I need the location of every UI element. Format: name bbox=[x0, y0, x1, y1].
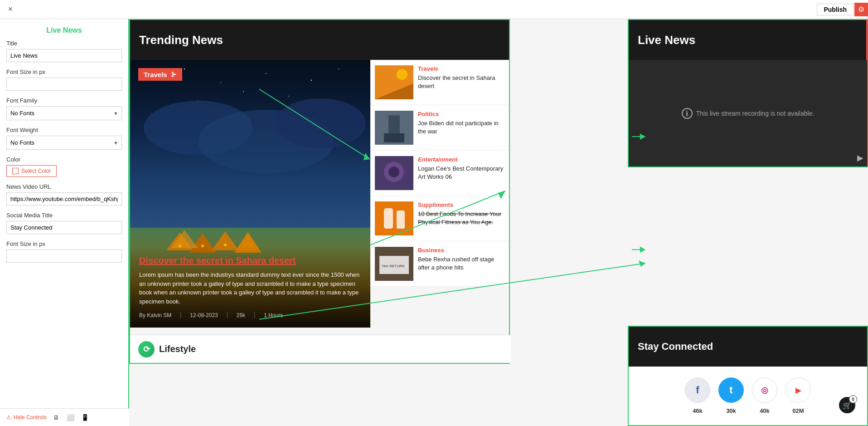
news-item-content: Business Bebe Rexha rushed off stage aft… bbox=[418, 247, 504, 281]
video-unavailable-message: ℹ This live stream recording is not avai… bbox=[682, 108, 815, 119]
news-title: 10 Best Foods To Increase Your Physical … bbox=[418, 210, 504, 226]
news-item-content: Suppliments 10 Best Foods To Increase Yo… bbox=[418, 201, 504, 235]
svg-point-6 bbox=[338, 69, 339, 69]
main-content: Trending News bbox=[129, 19, 868, 426]
cart-badge: 0 bbox=[849, 395, 857, 403]
twitter-count: 30k bbox=[726, 407, 736, 414]
share-icon[interactable]: ⊱ bbox=[171, 70, 177, 78]
list-item: TAX RETURN Business Bebe Rexha rushed of… bbox=[370, 241, 509, 287]
featured-time: 1 Hours bbox=[264, 312, 292, 318]
news-video-label: News Video URL bbox=[6, 183, 122, 190]
live-news-section: Live News ℹ This live stream recording i… bbox=[628, 19, 868, 167]
social-item-twitter: t 30k bbox=[718, 377, 744, 414]
font-family-label: Font Family bbox=[6, 97, 122, 104]
font-size2-group: Font Size in px bbox=[6, 240, 122, 263]
social-item-facebook: f 46k bbox=[685, 377, 710, 414]
hide-controls-button[interactable]: ⚠ Hide Controls bbox=[6, 414, 47, 421]
list-item: Entertainment Logan Cee's Best Contempor… bbox=[370, 151, 509, 196]
svg-point-30 bbox=[388, 166, 399, 177]
svg-text:TAX RETURN: TAX RETURN bbox=[382, 264, 405, 268]
business-thumb-svg: TAX RETURN bbox=[375, 247, 413, 281]
svg-point-3 bbox=[220, 82, 221, 83]
news-video-group: News Video URL bbox=[6, 183, 122, 206]
list-item: Politics Joe Biden did not participate i… bbox=[370, 105, 509, 151]
lifestyle-bar: ⟳ Lifestyle bbox=[130, 335, 511, 363]
font-size2-input[interactable] bbox=[6, 250, 122, 263]
news-item-content: Entertainment Logan Cee's Best Contempor… bbox=[418, 156, 504, 190]
close-button[interactable]: × bbox=[4, 3, 17, 16]
news-category: Suppliments bbox=[418, 201, 504, 208]
svg-marker-46 bbox=[639, 260, 645, 267]
youtube-icon: ▶ bbox=[857, 153, 863, 163]
social-title-label: Social Media Title bbox=[6, 212, 122, 219]
featured-description: Lorem ipsum has been the industrys stand… bbox=[139, 270, 361, 306]
facebook-count: 46k bbox=[693, 407, 703, 414]
news-title: Logan Cee's Best Contemporary Art Works … bbox=[418, 165, 504, 181]
font-size2-label: Font Size in px bbox=[6, 240, 122, 247]
stay-connected-title: Stay Connected bbox=[638, 341, 713, 353]
social-title-group: Social Media Title bbox=[6, 212, 122, 234]
politics-thumb-svg bbox=[375, 111, 413, 145]
sidebar: Live News Title Font Size in px Font Fam… bbox=[0, 19, 129, 426]
news-thumbnail bbox=[375, 156, 413, 190]
top-bar: × Publish ⚙ bbox=[0, 0, 868, 19]
svg-marker-44 bbox=[640, 246, 645, 253]
entertainment-thumb-svg bbox=[375, 156, 413, 190]
news-category: Politics bbox=[418, 111, 504, 118]
featured-meta: By Kalvin SM 12-08-2023 26k 1 Hours bbox=[139, 312, 361, 318]
news-thumbnail bbox=[375, 65, 413, 99]
title-input[interactable] bbox=[6, 49, 122, 62]
color-group: Color Select Color bbox=[6, 156, 122, 177]
svg-rect-33 bbox=[397, 211, 405, 229]
news-thumbnail bbox=[375, 111, 413, 145]
error-icon: ⚠ bbox=[6, 414, 11, 421]
featured-content: Discover the secret in Sahara desert Lor… bbox=[130, 246, 370, 328]
mobile-icon[interactable]: 📱 bbox=[80, 412, 90, 422]
social-item-youtube: ▶ 02M bbox=[786, 377, 811, 414]
social-item-instagram: ◎ 40k bbox=[752, 377, 777, 414]
featured-date: 12-08-2023 bbox=[190, 312, 227, 318]
trending-header: Trending News bbox=[130, 20, 509, 60]
title-label: Title bbox=[6, 40, 122, 47]
news-category: Travels bbox=[418, 65, 504, 72]
social-grid: f 46k t 30k ◎ 40k ▶ bbox=[629, 367, 867, 425]
featured-views: 26k bbox=[237, 312, 255, 318]
twitter-icon[interactable]: t bbox=[718, 377, 744, 403]
font-weight-group: Font Weight No Fonts ▼ bbox=[6, 127, 122, 150]
desktop-icon[interactable]: 🖥 bbox=[51, 412, 61, 422]
svg-rect-32 bbox=[384, 208, 393, 229]
facebook-icon[interactable]: f bbox=[685, 377, 710, 403]
instagram-count: 40k bbox=[760, 407, 770, 414]
news-title: Joe Biden did not participate in the war bbox=[418, 119, 504, 136]
news-thumbnail bbox=[375, 201, 413, 235]
bottom-controls: ⚠ Hide Controls 🖥 ⬜ 📱 bbox=[0, 408, 129, 426]
font-weight-select[interactable]: No Fonts bbox=[6, 136, 122, 150]
video-container[interactable]: ℹ This live stream recording is not avai… bbox=[629, 60, 867, 166]
font-family-select[interactable]: No Fonts bbox=[6, 106, 122, 120]
info-icon: ℹ bbox=[682, 108, 693, 119]
cart-button[interactable]: 🛒 0 bbox=[839, 397, 855, 413]
svg-point-4 bbox=[266, 73, 267, 74]
list-item: Travels Discover the secret in Sahara de… bbox=[370, 60, 509, 105]
svg-point-5 bbox=[311, 80, 312, 81]
news-item-content: Travels Discover the secret in Sahara de… bbox=[418, 65, 504, 99]
color-btn-label: Select Color bbox=[21, 168, 51, 174]
svg-point-9 bbox=[243, 91, 244, 92]
svg-point-2 bbox=[184, 69, 185, 69]
font-size-input[interactable] bbox=[6, 78, 122, 91]
font-size-label: Font Size in px bbox=[6, 69, 122, 75]
news-title: Bebe Rexha rushed off stage after a phon… bbox=[418, 255, 504, 272]
publish-button[interactable]: Publish bbox=[817, 4, 853, 15]
instagram-icon[interactable]: ◎ bbox=[752, 377, 777, 403]
tw-letter: t bbox=[729, 384, 732, 396]
supplements-thumb-svg bbox=[375, 201, 413, 235]
news-item-content: Politics Joe Biden did not participate i… bbox=[418, 111, 504, 145]
hide-controls-label: Hide Controls bbox=[14, 414, 47, 421]
youtube-social-icon[interactable]: ▶ bbox=[786, 377, 811, 403]
social-title-input[interactable] bbox=[6, 221, 122, 234]
tablet-icon[interactable]: ⬜ bbox=[66, 412, 76, 422]
news-video-input[interactable] bbox=[6, 192, 122, 206]
settings-button[interactable]: ⚙ bbox=[854, 3, 868, 16]
svg-point-12 bbox=[275, 98, 366, 148]
select-color-button[interactable]: Select Color bbox=[6, 165, 57, 177]
